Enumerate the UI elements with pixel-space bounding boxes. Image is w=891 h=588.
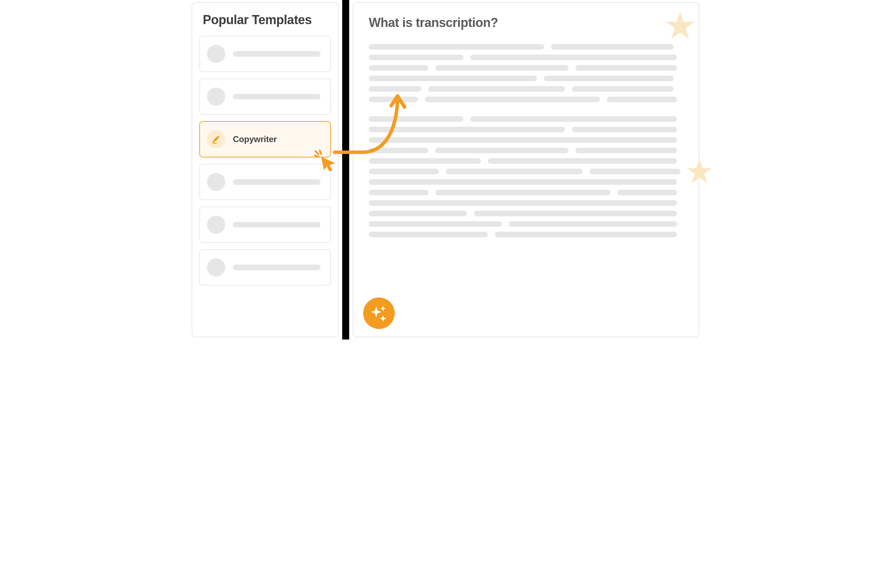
template-label-placeholder: [233, 179, 320, 185]
text-line: [575, 148, 677, 153]
template-item[interactable]: [199, 36, 331, 72]
text-line: [369, 232, 488, 237]
template-avatar-placeholder: [207, 173, 225, 191]
text-line: [589, 169, 681, 174]
text-line: [369, 76, 537, 81]
text-line: [369, 65, 428, 71]
template-item[interactable]: [199, 207, 331, 243]
text-line: [369, 137, 677, 143]
text-line: [470, 116, 677, 122]
text-line: [369, 221, 502, 227]
text-line: [495, 232, 677, 237]
document-panel: What is transcription?: [353, 2, 699, 338]
template-avatar-copywriter: [207, 130, 225, 148]
template-item[interactable]: [199, 78, 331, 115]
text-line: [488, 158, 677, 164]
text-paragraph: [369, 44, 683, 102]
text-line: [369, 44, 544, 50]
text-line: [428, 86, 565, 92]
text-line: [369, 55, 463, 60]
text-line: [575, 65, 677, 71]
text-line: [607, 97, 677, 102]
text-line: [435, 148, 568, 153]
text-line: [369, 86, 421, 92]
text-line: [369, 116, 463, 122]
document-title: What is transcription?: [369, 15, 683, 30]
template-item[interactable]: [199, 164, 331, 200]
text-line: [572, 127, 677, 132]
text-line: [470, 55, 677, 60]
text-line: [618, 190, 677, 195]
quill-icon: [211, 134, 221, 144]
template-avatar-placeholder: [207, 45, 225, 63]
templates-sidebar: Popular Templates Copywriter: [192, 2, 339, 338]
text-line: [369, 190, 428, 195]
text-line: [435, 65, 568, 71]
text-line: [551, 44, 673, 50]
template-label: Copywriter: [233, 134, 277, 144]
text-line: [369, 127, 565, 132]
text-line: [369, 211, 467, 216]
template-label-placeholder: [233, 265, 320, 270]
panel-divider: [342, 0, 349, 339]
text-line: [369, 179, 677, 185]
text-line: [369, 169, 439, 174]
template-avatar-placeholder: [207, 258, 225, 276]
text-line: [425, 97, 600, 102]
text-line: [369, 158, 481, 164]
text-line: [572, 86, 673, 92]
template-item-copywriter[interactable]: Copywriter: [199, 121, 331, 158]
text-line: [446, 169, 583, 174]
template-label-placeholder: [233, 222, 320, 228]
sparkle-badge-icon: [363, 297, 395, 329]
sidebar-title: Popular Templates: [203, 13, 331, 27]
template-item[interactable]: [199, 249, 331, 286]
text-line: [544, 76, 673, 81]
template-avatar-placeholder: [207, 216, 225, 234]
template-avatar-placeholder: [207, 87, 225, 106]
text-line: [369, 148, 428, 153]
text-paragraph: [369, 116, 683, 237]
template-label-placeholder: [233, 94, 320, 99]
text-line: [474, 211, 677, 216]
text-line: [509, 221, 677, 227]
text-line: [369, 200, 677, 206]
text-line: [369, 97, 418, 102]
illustration-stage: Popular Templates Copywriter: [188, 0, 703, 339]
template-label-placeholder: [233, 51, 320, 57]
text-line: [435, 190, 610, 195]
